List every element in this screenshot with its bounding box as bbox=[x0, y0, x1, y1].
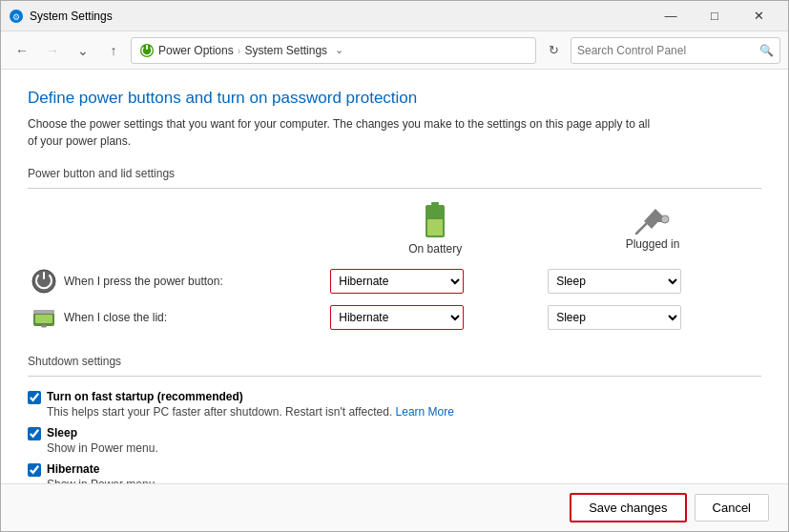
sleep-desc: Show in Power menu. bbox=[47, 441, 761, 455]
lid-plugged-select-cell[interactable]: Do nothing Sleep Hibernate Shut down bbox=[544, 299, 761, 336]
table-row: When I close the lid: Do nothing Sleep H… bbox=[28, 299, 761, 336]
col-header-label bbox=[28, 202, 326, 263]
titlebar-controls: — □ ✕ bbox=[649, 1, 780, 31]
list-item: Sleep Show in Power menu. bbox=[28, 426, 761, 455]
content-area: Define power buttons and turn on passwor… bbox=[1, 70, 788, 483]
page-title: Define power buttons and turn on passwor… bbox=[28, 89, 761, 108]
power-settings-table: On battery Plugged in bbox=[28, 202, 761, 336]
power-button-battery-select[interactable]: Do nothing Sleep Hibernate Shut down Tur… bbox=[330, 269, 464, 294]
shutdown-section-divider bbox=[28, 376, 761, 377]
address-chevron-icon: ⌄ bbox=[335, 44, 343, 56]
sleep-checkbox[interactable] bbox=[28, 427, 41, 440]
power-button-plugged-select[interactable]: Do nothing Sleep Hibernate Shut down Tur… bbox=[548, 269, 681, 294]
col-header-plugged: Plugged in bbox=[544, 202, 761, 263]
power-button-row-label-cell: When I press the power button: bbox=[28, 263, 326, 299]
power-button-icon bbox=[31, 269, 56, 294]
search-icon: 🔍 bbox=[759, 44, 774, 57]
sleep-label[interactable]: Sleep bbox=[28, 426, 761, 440]
power-battery-select-cell[interactable]: Do nothing Sleep Hibernate Shut down Tur… bbox=[326, 263, 544, 299]
plugged-icon bbox=[634, 207, 671, 235]
power-options-icon bbox=[139, 43, 155, 58]
address-bar[interactable]: Power Options › System Settings ⌄ bbox=[131, 37, 536, 64]
breadcrumb-system-settings: System Settings bbox=[244, 44, 327, 57]
power-button-label: When I press the power button: bbox=[64, 275, 223, 288]
svg-rect-13 bbox=[35, 315, 52, 323]
col-header-battery: On battery bbox=[326, 202, 544, 263]
search-input[interactable] bbox=[577, 44, 756, 57]
forward-button[interactable]: → bbox=[39, 37, 66, 64]
shutdown-section-label: Shutdown settings bbox=[28, 355, 761, 368]
navbar: ← → ⌄ ↑ Power Options › System Settings … bbox=[1, 31, 788, 70]
table-row: When I press the power button: Do nothin… bbox=[28, 263, 761, 299]
hibernate-text: Hibernate bbox=[47, 462, 99, 476]
dropdown-button[interactable]: ⌄ bbox=[70, 37, 96, 64]
lid-close-label: When I close the lid: bbox=[64, 311, 167, 324]
maximize-button[interactable]: □ bbox=[693, 1, 737, 31]
titlebar: ⚙ System Settings — □ ✕ bbox=[1, 1, 788, 31]
svg-rect-14 bbox=[33, 310, 54, 314]
lid-close-icon bbox=[31, 305, 56, 330]
svg-point-8 bbox=[661, 215, 669, 223]
power-section-label: Power button and lid settings bbox=[28, 167, 761, 180]
window-title: System Settings bbox=[30, 10, 649, 23]
svg-point-15 bbox=[41, 325, 47, 328]
refresh-button[interactable]: ↻ bbox=[540, 37, 567, 64]
lid-row-label-cell: When I close the lid: bbox=[28, 299, 326, 336]
list-item: Hibernate Show in Power menu. bbox=[28, 462, 761, 483]
svg-rect-6 bbox=[427, 219, 443, 235]
lid-battery-select-cell[interactable]: Do nothing Sleep Hibernate Shut down bbox=[326, 299, 544, 336]
battery-icon bbox=[424, 202, 446, 240]
list-item: Turn on fast startup (recommended) This … bbox=[28, 390, 761, 419]
sleep-text: Sleep bbox=[47, 426, 77, 440]
minimize-button[interactable]: — bbox=[649, 1, 693, 31]
plugged-header-label: Plugged in bbox=[626, 237, 680, 251]
main-window: ⚙ System Settings — □ ✕ ← → ⌄ ↑ Power Op… bbox=[0, 0, 789, 532]
lid-battery-select[interactable]: Do nothing Sleep Hibernate Shut down bbox=[330, 305, 464, 330]
battery-header-label: On battery bbox=[408, 242, 462, 256]
svg-text:⚙: ⚙ bbox=[12, 12, 20, 22]
fast-startup-text: Turn on fast startup (recommended) bbox=[47, 390, 243, 403]
page-description: Choose the power settings that you want … bbox=[28, 115, 657, 150]
save-changes-button[interactable]: Save changes bbox=[570, 493, 686, 522]
cancel-button[interactable]: Cancel bbox=[695, 494, 769, 522]
svg-rect-11 bbox=[43, 272, 45, 279]
search-bar[interactable]: 🔍 bbox=[571, 37, 780, 64]
hibernate-label[interactable]: Hibernate bbox=[28, 462, 761, 477]
back-button[interactable]: ← bbox=[9, 37, 35, 64]
shutdown-settings: Turn on fast startup (recommended) This … bbox=[28, 390, 761, 483]
fast-startup-label[interactable]: Turn on fast startup (recommended) bbox=[28, 390, 761, 404]
svg-rect-3 bbox=[146, 45, 148, 50]
fast-startup-checkbox[interactable] bbox=[28, 391, 41, 404]
footer: Save changes Cancel bbox=[1, 483, 788, 531]
svg-line-9 bbox=[636, 224, 646, 234]
learn-more-link[interactable]: Learn More bbox=[396, 405, 454, 419]
hibernate-checkbox[interactable] bbox=[28, 463, 41, 477]
breadcrumb-power-options: Power Options bbox=[158, 44, 234, 57]
window-icon: ⚙ bbox=[9, 9, 24, 24]
breadcrumb-separator: › bbox=[238, 45, 241, 56]
power-section-divider bbox=[28, 188, 761, 189]
power-plugged-select-cell[interactable]: Do nothing Sleep Hibernate Shut down Tur… bbox=[544, 263, 761, 299]
svg-rect-4 bbox=[431, 202, 439, 205]
close-button[interactable]: ✕ bbox=[737, 1, 780, 31]
up-button[interactable]: ↑ bbox=[100, 37, 127, 64]
lid-plugged-select[interactable]: Do nothing Sleep Hibernate Shut down bbox=[548, 305, 681, 330]
fast-startup-desc: This helps start your PC faster after sh… bbox=[47, 405, 761, 419]
